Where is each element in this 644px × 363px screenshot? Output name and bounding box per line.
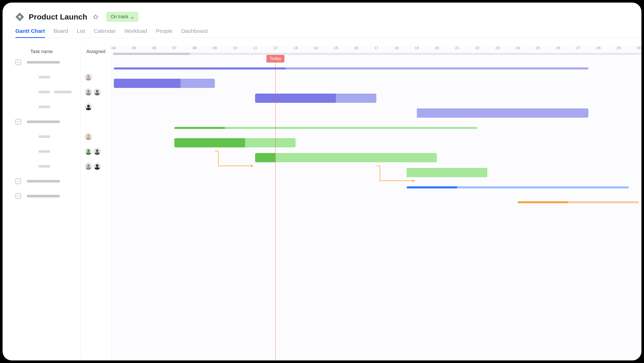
collapse-toggle[interactable] xyxy=(15,193,21,199)
collapse-toggle[interactable] xyxy=(15,119,21,125)
avatar[interactable] xyxy=(85,88,92,96)
task-bar[interactable] xyxy=(255,153,437,162)
tab-board[interactable]: Board xyxy=(54,28,68,38)
tab-list[interactable]: List xyxy=(77,28,85,38)
collapse-toggle[interactable] xyxy=(15,59,21,65)
date-label: 23 xyxy=(495,46,500,51)
assignee-cell[interactable] xyxy=(81,144,111,159)
timeline-scrollbar-thumb[interactable] xyxy=(113,53,190,55)
task-name-placeholder xyxy=(38,165,50,168)
task-row[interactable] xyxy=(3,85,80,99)
bar-remaining xyxy=(180,79,215,88)
bar-progress xyxy=(255,153,275,162)
timeline-scrollbar-track[interactable] xyxy=(113,53,641,55)
status-dropdown[interactable]: On track xyxy=(106,12,138,22)
task-name-placeholder xyxy=(38,150,50,153)
date-label: 10 xyxy=(233,46,237,51)
avatar[interactable] xyxy=(85,103,92,110)
group-row[interactable] xyxy=(3,189,80,204)
assignee-cell[interactable] xyxy=(81,129,111,144)
gantt-grid: Task name Assigned 040506070809101112131… xyxy=(3,46,641,360)
date-label: 17 xyxy=(374,46,379,51)
today-marker-line xyxy=(275,57,276,360)
bar-progress xyxy=(114,67,286,69)
date-label: 26 xyxy=(556,46,560,51)
task-bar[interactable] xyxy=(174,138,296,147)
tab-gantt[interactable]: Gantt Chart xyxy=(15,28,45,38)
group-row[interactable] xyxy=(3,114,80,129)
bar-remaining xyxy=(457,186,629,188)
task-bar[interactable] xyxy=(417,108,589,118)
avatar[interactable] xyxy=(85,133,92,140)
assignee-cell[interactable] xyxy=(81,99,111,114)
tab-people[interactable]: People xyxy=(156,28,173,38)
assignee-cell[interactable] xyxy=(81,159,111,174)
assignee-cell[interactable] xyxy=(81,55,111,70)
avatar[interactable] xyxy=(94,88,101,96)
status-label: On track xyxy=(111,14,128,19)
date-label: 14 xyxy=(314,46,318,51)
collapse-toggle[interactable] xyxy=(15,178,21,184)
date-label: 05 xyxy=(132,46,136,51)
bar-remaining xyxy=(417,108,589,118)
summary-bar[interactable] xyxy=(407,186,629,188)
gantt-chart-body xyxy=(111,55,641,360)
task-name-placeholder xyxy=(38,106,50,108)
tab-dashboard[interactable]: Dashboard xyxy=(181,28,208,38)
task-row[interactable] xyxy=(3,70,80,85)
avatar[interactable] xyxy=(94,163,101,170)
bar-remaining xyxy=(336,94,376,103)
group-row[interactable] xyxy=(3,174,80,189)
date-label: 20 xyxy=(435,46,439,51)
date-label: 30 xyxy=(637,46,641,51)
timeline-panel[interactable]: 0405060708091011121314151617181920212223… xyxy=(111,46,641,360)
task-row[interactable] xyxy=(3,129,80,144)
avatar[interactable] xyxy=(85,74,92,81)
task-name-placeholder xyxy=(38,91,50,93)
tab-workload[interactable]: Workload xyxy=(124,28,147,38)
avatar[interactable] xyxy=(85,163,92,170)
date-label: 27 xyxy=(576,46,580,51)
task-name-placeholder xyxy=(54,91,72,93)
group-name-placeholder xyxy=(27,180,60,183)
task-row[interactable] xyxy=(3,159,80,174)
assignee-cell[interactable] xyxy=(81,189,111,204)
timeline-date-scale: 0405060708091011121314151617181920212223… xyxy=(111,46,641,55)
date-label: 12 xyxy=(273,46,278,51)
avatar[interactable] xyxy=(85,148,92,155)
task-bar[interactable] xyxy=(114,79,215,88)
summary-bar[interactable] xyxy=(518,201,639,203)
date-label: 15 xyxy=(334,46,338,51)
group-row[interactable] xyxy=(3,55,80,70)
assignee-cell[interactable] xyxy=(81,85,111,99)
assignee-cell[interactable] xyxy=(81,174,111,189)
group-name-placeholder xyxy=(27,195,60,197)
bar-progress xyxy=(407,186,457,188)
date-label: 22 xyxy=(475,46,480,51)
date-label: 08 xyxy=(193,46,197,51)
avatar[interactable] xyxy=(94,148,101,155)
date-label: 16 xyxy=(354,46,358,51)
task-row[interactable] xyxy=(3,99,80,114)
bar-remaining xyxy=(568,201,639,203)
tab-calendar[interactable]: Calendar xyxy=(94,28,116,38)
bar-remaining xyxy=(245,138,296,147)
task-name-placeholder xyxy=(38,76,50,78)
bar-progress xyxy=(114,79,180,88)
assignee-cell[interactable] xyxy=(81,70,111,85)
group-name-placeholder xyxy=(27,61,60,64)
bar-remaining xyxy=(407,168,487,177)
assignee-cell[interactable] xyxy=(81,114,111,129)
task-row[interactable] xyxy=(3,144,80,159)
date-label: 04 xyxy=(112,46,116,51)
assigned-header: Assigned xyxy=(81,46,111,55)
date-label: 13 xyxy=(294,46,298,51)
summary-bar[interactable] xyxy=(174,127,477,129)
bar-progress xyxy=(174,138,245,147)
favorite-star-button[interactable] xyxy=(92,13,99,21)
summary-bar[interactable] xyxy=(114,67,588,69)
date-label: 19 xyxy=(415,46,419,51)
task-name-header: Task name xyxy=(3,46,80,55)
task-bar[interactable] xyxy=(407,168,487,177)
task-bar[interactable] xyxy=(255,94,376,103)
